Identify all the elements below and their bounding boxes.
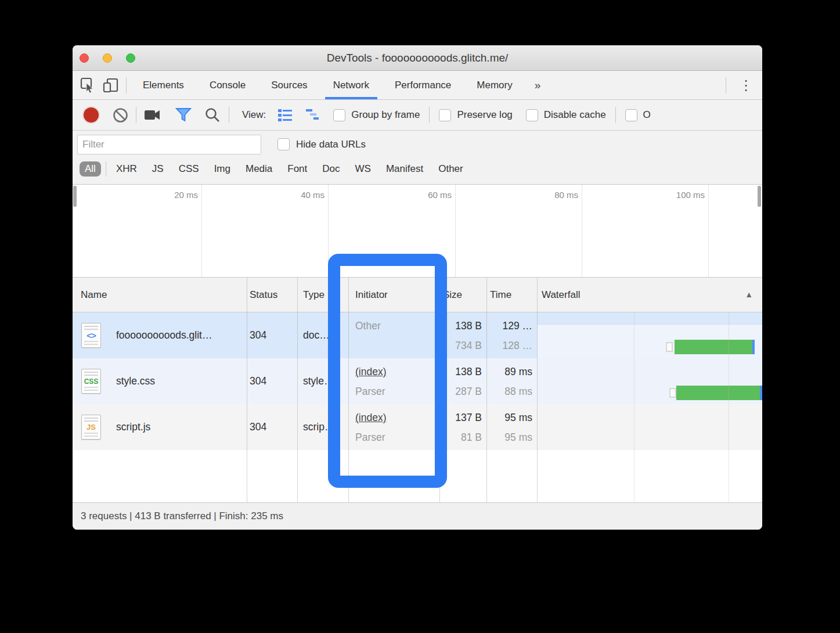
sort-ascending-icon[interactable]: ▲ [745, 278, 753, 312]
column-header-waterfall[interactable]: Waterfall [542, 278, 580, 312]
screenshot-stage: { "window_title": "DevTools - fooooooooo… [0, 0, 840, 633]
waterfall-gridline [634, 312, 634, 502]
column-divider[interactable] [537, 278, 538, 502]
waterfall-gridline [729, 312, 729, 502]
column-divider[interactable] [486, 278, 487, 502]
chip-js[interactable]: JS [145, 161, 171, 177]
more-tabs-button[interactable]: » [525, 71, 550, 99]
devtools-menu-button[interactable]: ⋮ [730, 78, 762, 92]
chip-other[interactable]: Other [431, 161, 471, 177]
offline-checkbox[interactable] [625, 109, 637, 121]
search-button[interactable] [204, 107, 221, 123]
column-header-name[interactable]: Name [81, 278, 107, 312]
request-name[interactable]: script.js [116, 404, 243, 450]
chip-font[interactable]: Font [280, 161, 315, 177]
chip-css[interactable]: CSS [171, 161, 207, 177]
waterfall-bar [676, 386, 762, 400]
chip-manifest[interactable]: Manifest [378, 161, 431, 177]
group-by-frame-checkbox-group[interactable]: Group by frame [333, 109, 420, 121]
toggle-device-toolbar-button[interactable] [99, 74, 122, 97]
group-by-frame-checkbox[interactable] [333, 109, 345, 121]
html-document-icon: <> [81, 323, 101, 348]
chip-ws[interactable]: WS [348, 161, 378, 177]
devtools-window: DevTools - foooooooooods.glitch.me/ Elem… [73, 45, 762, 530]
panel-tabs: Elements Console Sources Network Perform… [130, 71, 550, 99]
initiator-detail: Parser [355, 431, 442, 444]
column-header-status[interactable]: Status [250, 278, 277, 312]
hide-data-urls-checkbox[interactable] [277, 138, 290, 150]
chip-all[interactable]: All [80, 161, 101, 177]
preserve-log-checkbox-group[interactable]: Preserve log [439, 109, 512, 121]
css-document-icon: CSS [81, 369, 101, 394]
request-type: doc… [303, 312, 347, 358]
tab-elements[interactable]: Elements [130, 71, 197, 99]
tab-memory[interactable]: Memory [464, 71, 525, 99]
column-header-size[interactable]: Size [443, 278, 462, 312]
overview-left-handle[interactable] [73, 186, 77, 207]
close-button[interactable] [80, 53, 89, 63]
column-header-type[interactable]: Type [303, 278, 325, 312]
separator [106, 161, 106, 177]
filter-panel: Hide data URLs All XHR JS CSS Img Media … [73, 131, 762, 185]
disable-cache-checkbox[interactable] [526, 109, 538, 121]
waterfall-waiting-segment [666, 342, 673, 352]
request-size: 138 B 734 B [439, 312, 482, 358]
tab-network[interactable]: Network [320, 71, 382, 99]
record-network-log-button[interactable] [84, 107, 99, 123]
inspect-element-button[interactable] [76, 74, 99, 97]
column-divider[interactable] [297, 278, 298, 502]
table-row-style-css[interactable]: CSS style.css 304 style… (index) Parser … [73, 358, 762, 404]
network-toolbar: View: Group by frame [73, 100, 762, 131]
request-size: 138 B 287 B [439, 358, 482, 404]
show-overview-toggle[interactable] [305, 109, 320, 121]
overview-right-handle[interactable] [758, 186, 761, 207]
js-document-icon: JS [81, 415, 101, 440]
request-name[interactable]: style.css [116, 358, 243, 404]
capture-screenshots-button[interactable] [144, 109, 161, 121]
filter-input[interactable] [77, 135, 261, 154]
request-initiator: Other [355, 312, 442, 358]
initiator-link[interactable]: (index) [355, 412, 442, 424]
device-toolbar-icon [103, 77, 119, 93]
disable-cache-checkbox-group[interactable]: Disable cache [526, 109, 606, 121]
chip-img[interactable]: Img [207, 161, 238, 177]
request-initiator: (index) Parser [355, 358, 442, 404]
offline-checkbox-group[interactable]: O [625, 109, 651, 121]
request-table-header: Name Status Type Initiator Size Time Wat… [73, 278, 762, 312]
request-table-body: <> foooooooooods.glit… 304 doc… Other 13… [73, 312, 762, 502]
column-header-initiator[interactable]: Initiator [355, 278, 388, 312]
gridline [455, 185, 456, 277]
tab-sources[interactable]: Sources [258, 71, 320, 99]
chip-doc[interactable]: Doc [315, 161, 347, 177]
hide-data-urls-group[interactable]: Hide data URLs [277, 138, 366, 150]
clear-icon [113, 107, 128, 123]
table-row-script-js[interactable]: JS script.js 304 scrip… (index) Parser 1… [73, 404, 762, 450]
request-name[interactable]: foooooooooods.glit… [116, 312, 243, 358]
preserve-log-checkbox[interactable] [439, 109, 451, 121]
search-icon [204, 107, 221, 123]
window-title: DevTools - foooooooooods.glitch.me/ [327, 52, 509, 64]
resource-type-filter-row: All XHR JS CSS Img Media Font Doc WS Man… [80, 161, 471, 177]
chip-media[interactable]: Media [238, 161, 280, 177]
timeline-tick: 40 ms [301, 190, 325, 200]
clear-button[interactable] [113, 107, 128, 123]
column-divider[interactable] [348, 278, 349, 502]
table-row-main-document[interactable]: <> foooooooooods.glit… 304 doc… Other 13… [73, 312, 762, 358]
request-type: scrip… [303, 404, 347, 450]
column-divider[interactable] [439, 278, 440, 502]
column-divider[interactable] [247, 278, 247, 502]
filter-button[interactable] [175, 107, 192, 123]
separator [126, 77, 127, 93]
tab-console[interactable]: Console [197, 71, 258, 99]
column-header-time[interactable]: Time [490, 278, 511, 312]
separator [429, 107, 430, 123]
initiator-link[interactable]: (index) [355, 366, 442, 378]
use-large-rows-toggle[interactable] [277, 109, 293, 121]
tab-performance[interactable]: Performance [382, 71, 464, 99]
zoom-button[interactable] [126, 53, 135, 63]
minimize-button[interactable] [103, 53, 112, 63]
request-time: 129 … 128 … [486, 312, 532, 358]
timeline-tick: 80 ms [554, 190, 578, 200]
chip-xhr[interactable]: XHR [109, 161, 145, 177]
network-overview-timeline[interactable]: 20 ms 40 ms 60 ms 80 ms 100 ms [73, 185, 762, 278]
